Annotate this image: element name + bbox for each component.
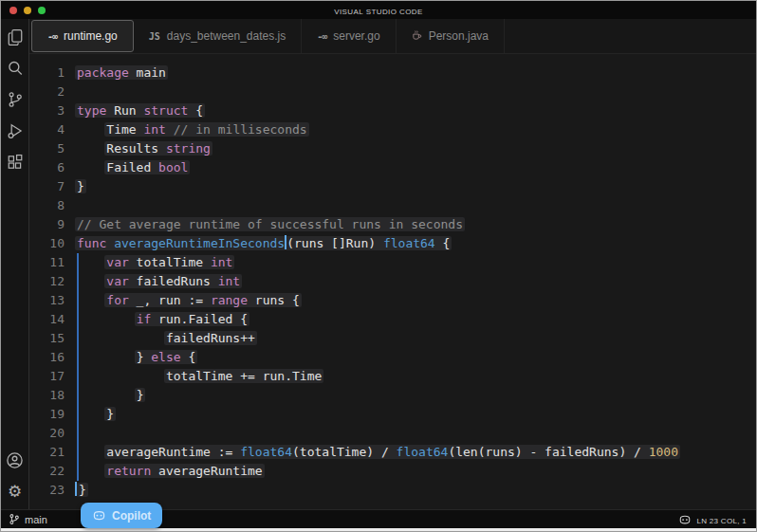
line-number: 10 [29,234,75,253]
code-line[interactable]: 22 return averageRuntime [29,462,756,481]
code-text: // Get average runtime of successful run… [75,215,756,234]
tab-person-java[interactable]: Person.java [397,19,505,53]
line-number: 1 [29,64,75,83]
code-line[interactable]: 21 averageRuntime := float64(totalTime) … [29,443,756,462]
code-text [75,196,756,215]
code-text: return averageRuntime [75,462,756,481]
branch-name: main [25,514,47,525]
line-number: 19 [29,405,75,424]
traffic-lights [9,1,46,19]
copilot-button[interactable]: Copilot [81,503,162,528]
go-icon: -∞ [317,31,326,42]
code-text: } [75,481,756,500]
code-line[interactable]: 13 for _, run := range runs { [29,291,756,310]
code-line[interactable]: 7} [29,177,756,196]
line-number: 5 [29,139,75,158]
code-line[interactable]: 19 } [29,405,756,424]
code-text: averageRuntime := float64(totalTime) / f… [75,443,756,462]
activity-bar: ⚙ [1,19,29,509]
code-line[interactable]: 8 [29,196,756,215]
line-number: 13 [29,291,75,310]
maximize-button[interactable] [38,7,46,14]
code-line[interactable]: 6 Failed bool [29,158,756,177]
line-number: 11 [29,253,75,272]
search-icon[interactable] [6,59,25,78]
minimize-button[interactable] [24,7,31,14]
line-number: 3 [29,101,75,120]
code-line[interactable]: 23} [29,481,756,500]
copilot-icon [92,508,106,523]
indent-guide [77,253,79,481]
code-line[interactable]: 17 totalTime += run.Time [29,367,756,386]
tab-label: Person.java [429,29,489,43]
code-text: type Run struct { [75,101,756,120]
tab-bar: -∞ runtime.go JS days_between_dates.js -… [29,19,756,54]
js-icon: JS [149,31,160,42]
code-text [75,424,756,443]
copilot-button-label: Copilot [112,509,151,523]
code-line[interactable]: 11 var totalTime int [29,253,756,272]
line-number: 9 [29,215,75,234]
line-number: 7 [29,177,75,196]
git-branch-icon [9,513,20,525]
line-number: 17 [29,367,75,386]
code-line[interactable]: 14 if run.Failed { [29,310,756,329]
code-line[interactable]: 15 failedRuns++ [29,329,756,348]
account-icon[interactable] [6,450,25,469]
line-number: 22 [29,462,75,481]
code-text: } [75,386,756,405]
code-text: var failedRuns int [75,272,756,291]
line-number: 12 [29,272,75,291]
code-line[interactable]: 16 } else { [29,348,756,367]
code-line[interactable]: 10func averageRuntimeInSeconds(runs []Ru… [29,234,756,253]
settings-icon[interactable]: ⚙ [6,482,25,501]
close-button[interactable] [9,7,17,14]
code-text: Time int // in milliseconds [75,120,756,139]
line-number: 20 [29,424,75,443]
title-bar: Visual Studio Code [1,1,756,19]
tab-runtime-go[interactable]: -∞ runtime.go [31,20,134,52]
code-line[interactable]: 18 } [29,386,756,405]
code-line[interactable]: 3type Run struct { [29,101,756,120]
code-text: Failed bool [75,158,756,177]
window-frame-bottom [1,528,756,531]
git-branch-indicator[interactable]: main [9,513,47,525]
code-text: } else { [75,348,756,367]
code-text [75,83,756,101]
code-line[interactable]: 5 Results string [29,139,756,158]
vscode-window: Visual Studio Code [0,0,757,532]
extensions-icon[interactable] [6,153,25,172]
code-line[interactable]: 20 [29,424,756,443]
code-line[interactable]: 9// Get average runtime of successful ru… [29,215,756,234]
go-icon: -∞ [47,31,57,42]
run-debug-icon[interactable] [6,121,25,140]
code-text: func averageRuntimeInSeconds(runs []Run)… [75,234,756,253]
code-line[interactable]: 12 var failedRuns int [29,272,756,291]
line-number: 16 [29,348,75,367]
code-text: totalTime += run.Time [75,367,756,386]
tab-days-between-dates-js[interactable]: JS days_between_dates.js [134,19,302,53]
line-number: 21 [29,443,75,462]
code-line[interactable]: 2 [29,83,756,101]
code-line[interactable]: 4 Time int // in milliseconds [29,120,756,139]
tab-label: days_between_dates.js [167,29,286,43]
tab-server-go[interactable]: -∞ server.go [302,19,396,53]
copilot-icon [678,513,692,526]
code-text: var totalTime int [75,253,756,272]
line-number: 18 [29,386,75,405]
code-text: } [75,405,756,424]
code-text: } [75,177,756,196]
explorer-icon[interactable] [6,28,25,46]
code-editor[interactable]: 1package main23type Run struct {4 Time i… [29,54,756,509]
line-number: 14 [29,310,75,329]
cursor-position-indicator[interactable]: Ln 23 Col, 1 [678,513,747,526]
line-number: 6 [29,158,75,177]
line-number: 8 [29,196,75,215]
code-text: failedRuns++ [75,329,756,348]
java-icon [412,29,422,44]
window-title: Visual Studio Code [334,5,422,16]
code-line[interactable]: 1package main [29,64,756,83]
line-number: 15 [29,329,75,348]
line-number: 4 [29,120,75,139]
source-control-icon[interactable] [6,90,25,109]
